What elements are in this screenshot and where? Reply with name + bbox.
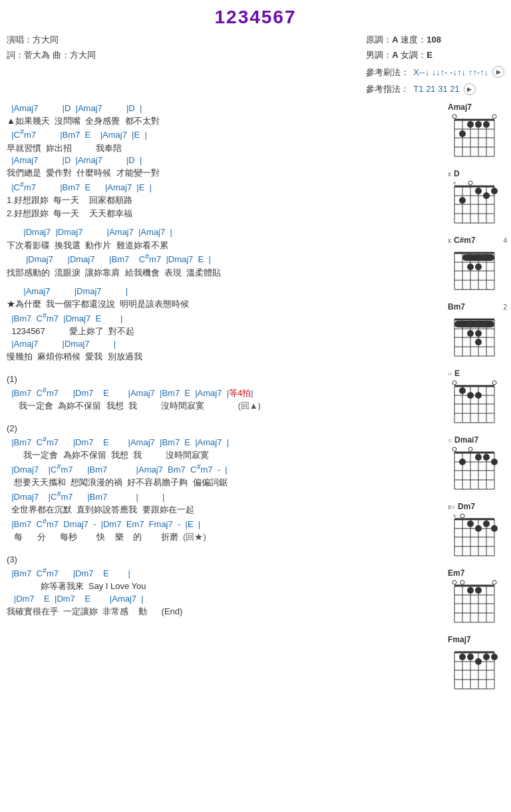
diagram-dm7-name: Dm7: [458, 502, 475, 511]
section-2-label: (2): [7, 423, 442, 433]
svg-point-31: [483, 192, 490, 199]
chord-line-15: |Bm7 C#m7 |Dm7 E |: [7, 566, 442, 580]
diagram-bm7-name: Bm7: [448, 302, 465, 311]
lyric-line-6: 找部感動的 流眼淚 讓妳靠肩 給我機會 表現 溫柔體貼: [7, 266, 442, 280]
strumming-play-btn[interactable]: ▶: [492, 66, 504, 78]
svg-point-77: [467, 392, 474, 399]
fingering-link[interactable]: T1 21 31 21: [413, 81, 459, 97]
diagram-dm7-svg: x: [448, 512, 501, 559]
svg-point-124: [452, 580, 456, 584]
main-content: |Amaj7 |D |Amaj7 |D | ▲如果幾天 沒問嘴 全身感覺 都不太…: [0, 100, 511, 702]
diagram-e-name: E: [454, 369, 460, 378]
diagram-csharp-m7: x C#m7 4: [448, 236, 507, 293]
diagram-fmaj7: Fmaj7: [448, 635, 507, 692]
chord-line-14: |Bm7 C#m7 Dmaj7 - |Dm7 Em7 Fmaj7 - |E |: [7, 516, 442, 531]
svg-point-125: [460, 580, 464, 584]
svg-point-14: [467, 121, 474, 128]
svg-point-76: [459, 387, 466, 394]
svg-point-108: [460, 514, 464, 518]
diagram-em7-svg: [448, 579, 501, 626]
diagram-amaj7: Amaj7: [448, 102, 507, 160]
strumming-label: 參考刷法：: [366, 65, 409, 80]
svg-point-95: [459, 459, 466, 465]
svg-text:x: x: [453, 180, 456, 186]
diagram-dmaj7-svg: [448, 446, 501, 493]
fingering-label: 參考指法：: [366, 81, 409, 97]
diagram-em7-name: Em7: [448, 568, 507, 578]
svg-point-75: [492, 381, 496, 385]
lyric-line-4a: 1.好想跟妳 每一天 回家都順路: [7, 194, 442, 207]
lyric-line-2: 早就習慣 妳出招 我奉陪: [7, 142, 442, 155]
diagram-amaj7-svg: [448, 113, 501, 160]
svg-point-112: [491, 525, 498, 532]
gap-5: [7, 544, 442, 550]
svg-point-15: [475, 121, 482, 128]
section-1-label: (1): [7, 374, 442, 384]
diagram-e: ○ E: [448, 369, 507, 426]
diagram-dmaj7: ○ Dmai7: [448, 435, 507, 493]
page: 1234567 演唱：方大同 詞：菅大為 曲：方大同 原調：A 速度：108 男…: [0, 0, 511, 708]
diagram-fmaj7-name: Fmaj7: [448, 635, 507, 644]
svg-point-16: [483, 121, 490, 128]
diagram-fmaj7-svg: [448, 646, 501, 692]
svg-point-78: [475, 392, 482, 399]
chord-diagrams: Amaj7: [448, 100, 511, 702]
diagram-csharp-svg: [448, 246, 501, 293]
svg-point-142: [475, 658, 482, 665]
svg-point-62: [475, 339, 482, 345]
lyric-line-13: 全世界都在沉默 直到妳說答應我 要跟妳在一起: [7, 503, 442, 516]
strumming-link[interactable]: X--↓ ↓↓↑- -↓↑↓ ↑↑-↑↓: [413, 65, 488, 80]
fingering-row: 參考指法： T1 21 31 21 ▶: [366, 81, 504, 97]
gender-key-row: 男調：A 女調：E: [366, 47, 504, 63]
diagram-bm7: Bm7 2: [448, 302, 507, 359]
chord-line-2: |C#m7 |Bm7 E |Amaj7 |E |: [7, 127, 442, 142]
svg-point-144: [491, 654, 498, 660]
chord-line-12: |Dmaj7 |C#m7 |Bm7 |Amaj7 Bm7 C#m7 - |: [7, 462, 442, 477]
lyric-line-8: 1234567 愛上妳了 對不起: [7, 325, 442, 338]
diagram-csharp-name: C#m7: [454, 236, 476, 245]
chord-line-4: |C#m7 |Bm7 E |Amaj7 |E |: [7, 180, 442, 194]
svg-point-30: [475, 188, 482, 194]
lyric-line-11: 我一定會 為妳不保留 我想 我 沒時間寂寞: [7, 449, 442, 462]
gap-1: [7, 220, 442, 226]
chord-line-6: |Dmaj7 |Dmaj7 |Bm7 C#m7 |Dmaj7 E |: [7, 252, 442, 266]
chord-line-13: |Dmaj7 |C#m7 |Bm7 | |: [7, 489, 442, 504]
svg-point-29: [468, 181, 472, 185]
svg-point-110: [475, 525, 482, 532]
diagram-d: x D x: [448, 169, 507, 226]
chord-line-1: |Amaj7 |D |Amaj7 |D |: [7, 102, 442, 114]
chord-line-7: |Amaj7 |Dmaj7 |: [7, 286, 442, 298]
gap-2: [7, 279, 442, 286]
key-speed-row: 原調：A 速度：108: [366, 32, 504, 47]
chord-line-10: |Bm7 C#m7 |Dm7 E |Amaj7 |Bm7 E |Amaj7 |等…: [7, 385, 442, 400]
lyric-line-16: 我確實很在乎 一定讓妳 非常感 動 (End): [7, 605, 442, 618]
info-left: 演唱：方大同 詞：菅大為 曲：方大同: [7, 32, 96, 97]
svg-point-91: [468, 447, 472, 451]
chord-line-16: |Dm7 E |Dm7 E |Amaj7 |: [7, 593, 442, 605]
svg-point-60: [467, 330, 474, 337]
svg-point-126: [492, 580, 496, 584]
diagram-e-svg: [448, 379, 501, 426]
diagram-em7: Em7: [448, 568, 507, 626]
lyric-line-1: ▲如果幾天 沒問嘴 全身感覺 都不太對: [7, 114, 442, 128]
lyric-line-5: 下次看影碟 換我選 動作片 難道妳看不累: [7, 239, 442, 252]
chord-line-5: |Dmaj7 |Dmaj7 |Amaj7 |Amaj7 |: [7, 226, 442, 238]
svg-point-11: [452, 114, 456, 118]
diagram-d-name: D: [454, 169, 460, 178]
lyric-line-12: 想要天天攜和 想闖浪漫的禍 好不容易膽子夠 偏偏詞鋸: [7, 476, 442, 489]
svg-point-12: [492, 114, 496, 118]
diagram-amaj7-name: Amaj7: [448, 102, 507, 112]
diagram-d-svg: x: [448, 180, 501, 226]
svg-point-94: [491, 459, 498, 465]
svg-rect-45: [462, 254, 494, 261]
svg-point-61: [475, 330, 482, 337]
lyric-line-10: 我一定會 為妳不保留 我想 我 沒時間寂寞 (回▲): [7, 399, 442, 413]
svg-point-143: [483, 654, 490, 660]
svg-point-92: [475, 454, 482, 461]
chord-line-9: |Amaj7 |Dmaj7 |: [7, 338, 442, 350]
svg-point-128: [475, 587, 482, 594]
gap-4: [7, 413, 442, 419]
svg-point-13: [459, 130, 466, 137]
svg-point-111: [483, 520, 490, 527]
fingering-play-btn[interactable]: ▶: [464, 83, 476, 95]
